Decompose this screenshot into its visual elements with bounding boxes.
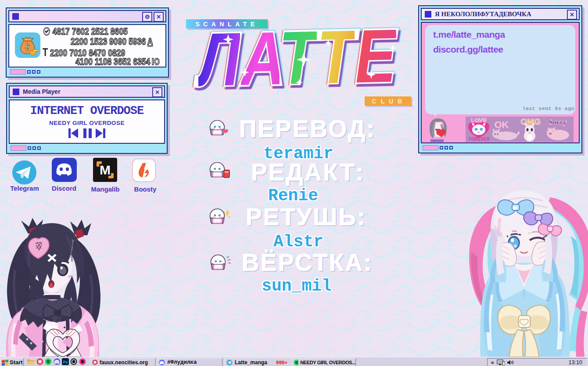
svg-text:FOREVER: FOREVER bbox=[469, 137, 490, 142]
svg-text:$: $ bbox=[25, 42, 30, 52]
svg-text:M: M bbox=[100, 163, 111, 177]
svg-text:LOVE: LOVE bbox=[471, 117, 487, 124]
svg-text:Sorry: Sorry bbox=[549, 118, 567, 126]
svg-text:OK: OK bbox=[495, 119, 509, 130]
svg-text:Ps: Ps bbox=[63, 360, 68, 364]
svg-text:OMG: OMG bbox=[520, 117, 540, 126]
